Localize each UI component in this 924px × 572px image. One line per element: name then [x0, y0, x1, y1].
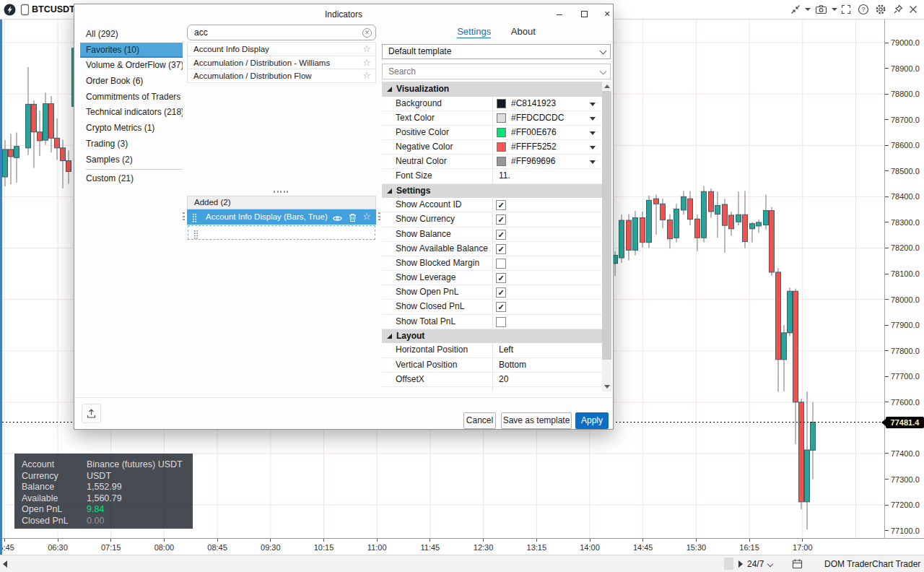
checkbox[interactable]: ✓ — [496, 302, 506, 312]
checkbox[interactable]: ✓ — [496, 214, 506, 225]
checkbox[interactable] — [496, 259, 506, 269]
splitter-grip-right[interactable] — [378, 212, 380, 222]
category-item[interactable]: Custom (21) — [80, 171, 183, 187]
property-value[interactable]: ✓ — [493, 300, 602, 313]
dropdown-caret-icon[interactable] — [590, 117, 596, 121]
tab-settings[interactable]: Settings — [457, 26, 491, 38]
dom-trader-toggle[interactable]: DOM Trader — [824, 559, 872, 569]
property-value[interactable]: ✓ — [493, 198, 602, 212]
property-value[interactable]: ✓ — [493, 228, 602, 241]
instrument-icon[interactable] — [20, 4, 32, 16]
property-value[interactable]: ✓ — [493, 242, 602, 256]
property-value[interactable]: #FF969696 — [493, 155, 602, 168]
section-header[interactable]: Settings — [382, 184, 602, 199]
checkbox[interactable]: ✓ — [496, 230, 506, 240]
drag-handle-icon[interactable] — [193, 229, 199, 242]
property-grid-scrollbar[interactable] — [602, 82, 611, 391]
property-value[interactable]: ✓ — [493, 285, 602, 299]
dialog-maximize-button[interactable] — [577, 8, 591, 20]
scrollbar-up-icon[interactable] — [604, 84, 610, 88]
drag-handle-icon[interactable] — [192, 212, 197, 225]
property-value[interactable]: #FF00E676 — [493, 126, 602, 139]
dialog-close-button[interactable]: × — [600, 8, 614, 20]
dropdown-caret-icon[interactable] — [590, 103, 596, 106]
session-selector[interactable]: 24/7 — [747, 559, 764, 569]
play-icon[interactable] — [738, 560, 743, 568]
checkbox[interactable]: ✓ — [496, 200, 506, 210]
session-chevron-icon[interactable] — [767, 561, 773, 567]
price-tick-label: 77400.0 — [891, 449, 920, 458]
category-item[interactable]: Crypto Metrics (1) — [80, 121, 183, 136]
scroll-left-icon[interactable] — [3, 560, 7, 568]
scrollbar-down-icon[interactable] — [604, 385, 610, 389]
category-item[interactable]: All (292) — [80, 27, 183, 43]
gear-icon[interactable] — [875, 4, 887, 16]
price-axis[interactable]: 79000.078900.078800.078700.078600.078500… — [884, 20, 924, 538]
favorite-star-icon[interactable]: ☆ — [362, 56, 371, 69]
save-as-template-button[interactable]: Save as template — [501, 412, 572, 429]
cancel-button[interactable]: Cancel — [463, 412, 496, 429]
property-value[interactable]: #C8141923 — [493, 97, 602, 110]
property-value[interactable]: #FFFF5252 — [493, 140, 602, 154]
property-value[interactable]: 20 — [493, 373, 602, 386]
checkbox[interactable]: ✓ — [496, 273, 506, 283]
dropdown-caret-icon[interactable] — [590, 146, 596, 150]
fullscreen-icon[interactable] — [840, 4, 853, 16]
settings-search-input[interactable] — [382, 64, 611, 79]
added-indicator-row-empty[interactable] — [188, 225, 375, 240]
indicator-result-row[interactable]: Accumulation / Distribution - Williams☆ — [187, 56, 376, 70]
tab-about[interactable]: About — [511, 26, 536, 37]
dropdown-caret-icon[interactable] — [590, 131, 596, 135]
checkbox[interactable] — [496, 317, 506, 327]
category-item[interactable]: Order Book (6) — [80, 74, 183, 90]
property-value[interactable]: Left — [493, 343, 602, 357]
property-value[interactable]: #FFDCDCDC — [493, 111, 602, 125]
checkbox[interactable]: ✓ — [496, 244, 506, 254]
indicator-result-row[interactable]: Account Info Display☆ — [187, 42, 376, 56]
property-value[interactable]: Bottom — [493, 358, 602, 372]
category-item[interactable]: Samples (2) — [80, 152, 183, 168]
favorite-star-icon[interactable]: ☆ — [362, 69, 371, 82]
dialog-minimize-button[interactable]: – — [552, 8, 567, 20]
collapse-dropdown-caret[interactable] — [805, 8, 811, 11]
scrollbar-thumb[interactable] — [602, 91, 611, 360]
time-axis[interactable]: 05:4506:3007:1508:0008:4509:3010:1511:00… — [0, 538, 924, 555]
chart-trader-toggle[interactable]: Chart Trader — [872, 559, 920, 569]
template-dropdown[interactable]: Default template — [382, 44, 611, 59]
category-item[interactable]: Trading (3) — [80, 136, 183, 152]
visibility-eye-icon[interactable] — [332, 212, 343, 225]
property-value[interactable]: ✓ — [493, 212, 602, 226]
collapse-window-icon[interactable] — [790, 4, 802, 16]
export-template-button[interactable] — [82, 404, 101, 423]
section-header[interactable]: Layout — [382, 329, 602, 344]
splitter-handle[interactable] — [274, 191, 290, 193]
clear-search-icon[interactable]: ✕ — [362, 28, 372, 38]
favorite-star-icon[interactable]: ☆ — [362, 43, 371, 56]
section-header[interactable]: Visualization — [382, 82, 602, 97]
horizontal-scrollbar-thumb[interactable] — [724, 558, 733, 570]
calendar-icon[interactable] — [792, 558, 803, 572]
category-item[interactable]: Technical indicators (218) — [80, 105, 183, 121]
dropdown-caret-icon[interactable] — [590, 160, 596, 164]
pin-icon[interactable] — [892, 4, 905, 16]
category-item[interactable]: Commitments of Traders (4) — [80, 90, 183, 105]
property-value[interactable] — [493, 315, 602, 329]
favorite-star-icon[interactable]: ☆ — [362, 209, 371, 224]
splitter-grip-left[interactable] — [183, 212, 185, 222]
apply-button[interactable]: Apply — [575, 412, 609, 429]
category-item[interactable]: Favorites (10) — [80, 43, 183, 58]
added-indicator-row[interactable]: Account Info Display (Bars, True) ☆ — [187, 209, 376, 225]
delete-trash-icon[interactable] — [349, 212, 357, 225]
indicator-result-row[interactable]: Accumulation / Distribution Flow☆ — [187, 69, 376, 83]
help-icon[interactable]: ? — [858, 4, 870, 16]
property-value[interactable] — [493, 256, 602, 270]
checkbox[interactable]: ✓ — [496, 287, 506, 298]
property-value[interactable]: 11. — [493, 169, 602, 183]
symbol-label[interactable]: BTCUSDT — [32, 4, 75, 14]
property-value[interactable]: ✓ — [493, 271, 602, 285]
screenshot-camera-icon[interactable] — [815, 4, 827, 16]
screenshot-dropdown-caret[interactable] — [832, 8, 837, 11]
indicator-search-input[interactable] — [187, 25, 376, 40]
category-item[interactable]: Volume & OrderFlow (37) — [80, 58, 183, 74]
close-window-icon[interactable] — [907, 4, 920, 16]
